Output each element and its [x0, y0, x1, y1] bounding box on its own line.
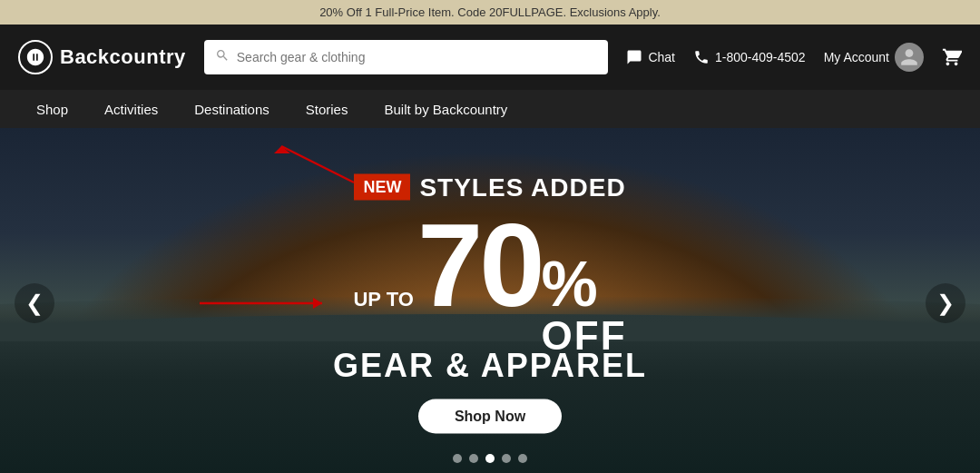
- chat-label: Chat: [648, 50, 675, 64]
- search-bar[interactable]: [204, 40, 609, 74]
- cart-icon: [942, 47, 962, 67]
- account-label: My Account: [824, 50, 889, 64]
- chat-icon: [626, 49, 642, 65]
- nav-item-stories[interactable]: Stories: [288, 90, 367, 128]
- search-input[interactable]: [237, 50, 598, 64]
- logo-icon: [25, 47, 45, 67]
- percent-symbol: %: [542, 251, 598, 315]
- discount-line: UP TO 70 % OFF: [333, 205, 647, 355]
- header: Backcountry Chat 1-800-409-4502 My A: [0, 25, 980, 90]
- logo-circle: [18, 40, 53, 74]
- chat-button[interactable]: Chat: [626, 49, 675, 65]
- hero-content: NEW STYLES ADDED UP TO 70 % OFF GEAR & A…: [333, 172, 647, 433]
- phone-icon: [693, 49, 710, 65]
- carousel-dot-4[interactable]: [502, 454, 511, 463]
- account-button[interactable]: My Account: [824, 43, 924, 72]
- percent-off: % OFF: [542, 251, 627, 355]
- promo-text: 20% Off 1 Full-Price Item. Code 20FULLPA…: [319, 5, 661, 19]
- badge-new: NEW: [354, 174, 410, 201]
- phone-label: 1-800-409-4502: [715, 50, 806, 64]
- header-right: Chat 1-800-409-4502 My Account: [626, 43, 962, 72]
- carousel-dots: [453, 454, 527, 463]
- carousel-dot-5[interactable]: [518, 454, 527, 463]
- carousel-prev-button[interactable]: ❮: [15, 283, 54, 323]
- gear-apparel-text: GEAR & APPAREL: [333, 346, 647, 384]
- nav-item-shop[interactable]: Shop: [18, 90, 86, 128]
- discount-number: 70: [417, 205, 542, 323]
- carousel-dot-3[interactable]: [485, 454, 495, 463]
- hero-section: NEW STYLES ADDED UP TO 70 % OFF GEAR & A…: [0, 128, 980, 473]
- nav-item-activities[interactable]: Activities: [86, 90, 176, 128]
- up-to-text: UP TO: [353, 289, 413, 309]
- logo-link[interactable]: Backcountry: [18, 40, 186, 74]
- carousel-dot-1[interactable]: [453, 454, 462, 463]
- carousel-dot-2[interactable]: [469, 454, 478, 463]
- nav-item-built-by[interactable]: Built by Backcountry: [366, 90, 525, 128]
- carousel-next-button[interactable]: ❯: [926, 283, 965, 323]
- nav-item-destinations[interactable]: Destinations: [176, 90, 288, 128]
- shop-now-button[interactable]: Shop Now: [418, 399, 562, 433]
- phone-button[interactable]: 1-800-409-4502: [693, 49, 806, 65]
- avatar-icon: [899, 47, 919, 67]
- cart-button[interactable]: [942, 47, 962, 67]
- promo-banner: 20% Off 1 Full-Price Item. Code 20FULLPA…: [0, 0, 980, 25]
- main-nav: Shop Activities Destinations Stories Bui…: [0, 90, 980, 128]
- search-icon: [215, 48, 230, 66]
- logo-text: Backcountry: [60, 45, 186, 69]
- avatar: [895, 43, 924, 72]
